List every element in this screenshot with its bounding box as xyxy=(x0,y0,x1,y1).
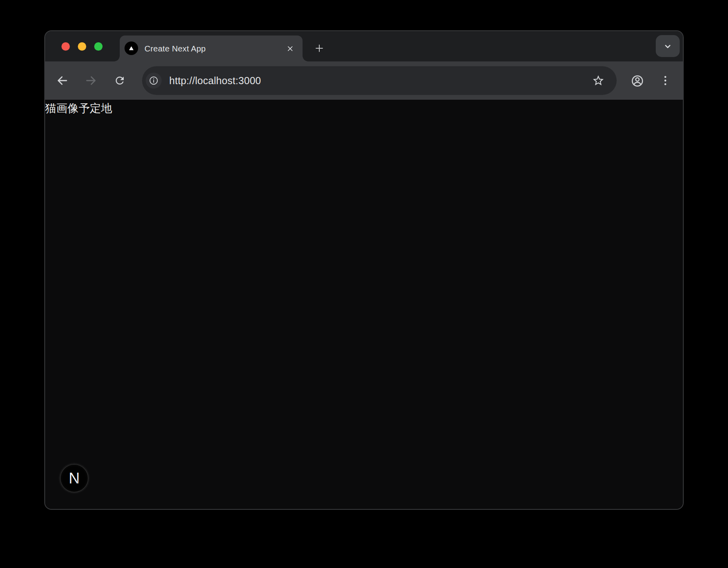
tab-close-icon[interactable] xyxy=(284,43,296,55)
tab-search-chevron-button[interactable] xyxy=(656,35,680,57)
kebab-menu-icon xyxy=(659,74,672,87)
close-window-button[interactable] xyxy=(61,42,70,51)
cat-image-placeholder-text: 猫画像予定地 xyxy=(45,101,112,116)
browser-window: Create Next App xyxy=(45,31,683,509)
arrow-right-icon xyxy=(84,74,98,87)
tab-create-next-app[interactable]: Create Next App xyxy=(120,36,303,61)
minimize-window-button[interactable] xyxy=(78,42,86,51)
new-tab-button[interactable] xyxy=(312,41,326,55)
nextjs-n-letter: N xyxy=(69,470,79,487)
browser-menu-button[interactable] xyxy=(658,73,673,88)
url-text[interactable]: http://localhost:3000 xyxy=(169,66,261,95)
account-circle-icon xyxy=(631,74,644,88)
window-controls xyxy=(61,42,103,51)
tab-title: Create Next App xyxy=(144,36,206,61)
page-viewport: 猫画像予定地 N xyxy=(45,100,683,509)
arrow-left-icon xyxy=(55,74,69,87)
tab-strip: Create Next App xyxy=(45,31,683,61)
nextjs-favicon-icon xyxy=(125,41,138,55)
address-bar[interactable]: http://localhost:3000 xyxy=(142,66,617,95)
zoom-window-button[interactable] xyxy=(94,42,103,51)
info-icon xyxy=(148,75,159,86)
forward-button[interactable] xyxy=(84,73,98,88)
bookmark-star-button[interactable] xyxy=(592,74,605,87)
chevron-down-icon xyxy=(663,41,673,51)
reload-button[interactable] xyxy=(113,73,127,88)
star-outline-icon xyxy=(592,74,605,87)
reload-icon xyxy=(114,75,126,87)
site-info-button[interactable] xyxy=(146,73,162,89)
nextjs-devtools-badge[interactable]: N xyxy=(60,464,89,493)
browser-toolbar: http://localhost:3000 xyxy=(45,61,683,100)
back-button[interactable] xyxy=(55,73,69,88)
profile-button[interactable] xyxy=(630,74,645,88)
